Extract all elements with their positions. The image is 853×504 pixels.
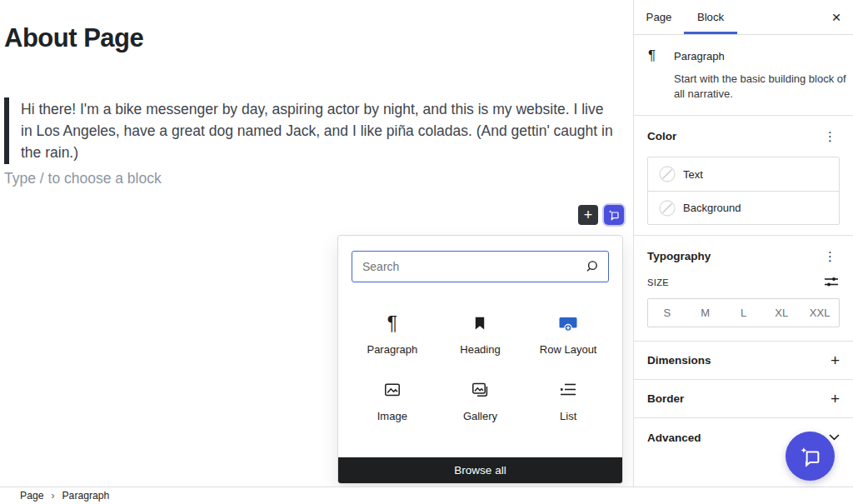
chevron-down-icon: [829, 434, 840, 441]
size-label: SIZE: [647, 277, 669, 287]
block-option-paragraph[interactable]: ¶ Paragraph: [348, 307, 436, 356]
block-info-card: ¶ Paragraph Start with the basic buildin…: [634, 35, 853, 116]
paragraph-icon: ¶: [387, 313, 397, 333]
typography-options-icon[interactable]: ⋮: [821, 248, 840, 264]
close-sidebar-button[interactable]: ×: [825, 6, 848, 29]
block-option-list[interactable]: List: [524, 374, 612, 422]
breadcrumb-separator-icon: ›: [51, 490, 54, 502]
block-option-image[interactable]: Image: [348, 374, 436, 422]
block-option-gallery[interactable]: Gallery: [436, 374, 525, 422]
browse-all-button[interactable]: Browse all: [338, 457, 622, 483]
size-option-xl[interactable]: XL: [762, 299, 801, 327]
image-icon: [382, 380, 402, 400]
sparkle-chat-icon: [798, 444, 823, 469]
size-option-m[interactable]: M: [686, 299, 725, 327]
block-label: Gallery: [463, 410, 497, 422]
row-layout-icon: [557, 313, 579, 333]
breadcrumb-paragraph[interactable]: Paragraph: [62, 490, 109, 502]
size-option-s[interactable]: S: [648, 299, 686, 327]
tab-block[interactable]: Block: [684, 0, 737, 34]
color-row-text[interactable]: Text: [648, 157, 839, 191]
no-color-icon: [659, 200, 676, 217]
search-input[interactable]: [352, 251, 609, 282]
block-label: Paragraph: [367, 343, 417, 356]
breadcrumb: Page › Paragraph: [0, 487, 853, 504]
plus-icon: +: [831, 352, 840, 368]
block-grid: ¶ Paragraph Heading: [348, 307, 612, 422]
breadcrumb-page[interactable]: Page: [20, 490, 43, 502]
block-option-row-layout[interactable]: Row Layout: [524, 307, 612, 356]
panel-dimensions[interactable]: Dimensions +: [634, 342, 853, 380]
sidebar-tabs: Page Block ×: [634, 0, 853, 35]
font-size-control: S M L XL XXL: [647, 298, 840, 327]
plus-icon: +: [584, 207, 593, 222]
paragraph-block[interactable]: Hi there! I'm a bike messenger by day, a…: [4, 97, 616, 164]
block-label: Row Layout: [540, 343, 597, 356]
color-section: Color ⋮ Text: [634, 116, 853, 236]
color-row-label: Text: [683, 168, 703, 181]
size-option-l[interactable]: L: [725, 299, 763, 327]
panel-border[interactable]: Border +: [634, 380, 853, 418]
color-section-title: Color: [647, 130, 676, 142]
block-appender-placeholder[interactable]: Type / to choose a block: [4, 170, 162, 187]
search-icon: [582, 257, 601, 276]
settings-sidebar: Page Block × ¶ Paragraph Start with the …: [633, 0, 853, 487]
bookmark-icon: [470, 313, 490, 333]
color-row-background[interactable]: Background: [648, 191, 839, 224]
block-option-heading[interactable]: Heading: [436, 307, 525, 356]
block-label: Heading: [460, 343, 500, 356]
size-settings-icon[interactable]: [823, 275, 840, 289]
block-card-title: Paragraph: [674, 50, 725, 62]
gallery-icon: [470, 380, 490, 400]
color-row-label: Background: [683, 202, 741, 214]
typography-section: Typography ⋮ SIZE S M L XL: [634, 236, 853, 342]
plus-icon: +: [831, 391, 840, 407]
block-card-description: Start with the basic building block of a…: [674, 72, 852, 101]
list-icon: [558, 380, 578, 400]
typography-section-title: Typography: [647, 250, 711, 262]
block-label: List: [560, 410, 576, 422]
ai-assistant-button[interactable]: [604, 205, 624, 225]
add-block-button[interactable]: +: [578, 205, 598, 225]
search-field-wrap: [352, 251, 609, 282]
sparkle-chat-icon: [607, 208, 621, 222]
block-label: Image: [377, 410, 407, 422]
block-editor: About Page Hi there! I'm a bike messenge…: [0, 0, 853, 504]
ai-assistant-fab[interactable]: [786, 432, 835, 481]
color-swatch-list: Text Background: [647, 157, 840, 225]
no-color-icon: [659, 166, 676, 182]
tab-page[interactable]: Page: [634, 0, 684, 34]
size-option-xxl[interactable]: XXL: [801, 299, 839, 327]
paragraph-text[interactable]: Hi there! I'm a bike messenger by day, a…: [21, 98, 616, 163]
close-icon: ×: [831, 8, 841, 27]
page-title[interactable]: About Page: [4, 23, 143, 53]
block-inserter-popup: ¶ Paragraph Heading: [337, 235, 623, 484]
color-options-icon[interactable]: ⋮: [821, 128, 840, 144]
paragraph-icon: ¶: [648, 47, 658, 64]
